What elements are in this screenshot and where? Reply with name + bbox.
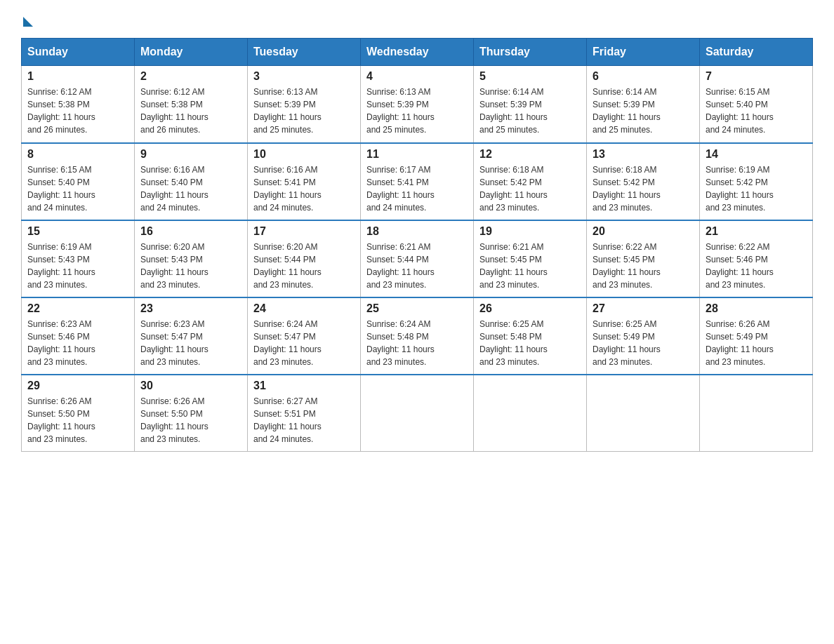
day-info: Sunrise: 6:27 AM Sunset: 5:51 PM Dayligh… [253,395,355,445]
calendar-cell: 13 Sunrise: 6:18 AM Sunset: 5:42 PM Dayl… [587,143,700,220]
calendar-header-friday: Friday [587,39,700,66]
calendar-cell: 15 Sunrise: 6:19 AM Sunset: 5:43 PM Dayl… [22,220,135,297]
calendar-week-row: 8 Sunrise: 6:15 AM Sunset: 5:40 PM Dayli… [22,143,813,220]
calendar-cell: 30 Sunrise: 6:26 AM Sunset: 5:50 PM Dayl… [135,375,248,452]
day-number: 11 [366,148,468,161]
day-number: 21 [706,225,807,238]
calendar-cell [361,375,474,452]
day-number: 18 [366,225,468,238]
day-info: Sunrise: 6:15 AM Sunset: 5:40 PM Dayligh… [706,86,807,136]
day-number: 24 [253,302,355,315]
day-info: Sunrise: 6:18 AM Sunset: 5:42 PM Dayligh… [479,163,581,214]
day-number: 28 [706,302,807,315]
day-info: Sunrise: 6:22 AM Sunset: 5:46 PM Dayligh… [706,241,807,291]
calendar-header-saturday: Saturday [700,39,813,66]
day-number: 22 [27,302,128,315]
day-number: 7 [706,70,807,83]
calendar-cell: 4 Sunrise: 6:13 AM Sunset: 5:39 PM Dayli… [361,66,474,143]
day-number: 16 [140,225,241,238]
calendar-cell: 5 Sunrise: 6:14 AM Sunset: 5:39 PM Dayli… [474,66,587,143]
day-info: Sunrise: 6:26 AM Sunset: 5:50 PM Dayligh… [140,395,241,445]
day-number: 20 [593,225,694,238]
calendar-cell: 9 Sunrise: 6:16 AM Sunset: 5:40 PM Dayli… [135,143,248,220]
day-number: 10 [253,148,355,161]
day-info: Sunrise: 6:25 AM Sunset: 5:49 PM Dayligh… [593,318,694,368]
day-number: 12 [479,148,581,161]
calendar-cell [474,375,587,452]
day-info: Sunrise: 6:22 AM Sunset: 5:45 PM Dayligh… [593,241,694,291]
day-number: 15 [27,225,128,238]
calendar-cell [587,375,700,452]
day-info: Sunrise: 6:17 AM Sunset: 5:41 PM Dayligh… [366,163,468,214]
calendar-header-thursday: Thursday [474,39,587,66]
day-number: 2 [140,70,241,83]
day-number: 6 [593,70,694,83]
day-info: Sunrise: 6:23 AM Sunset: 5:47 PM Dayligh… [140,318,241,368]
calendar-header-tuesday: Tuesday [248,39,361,66]
day-info: Sunrise: 6:24 AM Sunset: 5:48 PM Dayligh… [366,318,468,368]
calendar-cell: 8 Sunrise: 6:15 AM Sunset: 5:40 PM Dayli… [22,143,135,220]
calendar-cell: 21 Sunrise: 6:22 AM Sunset: 5:46 PM Dayl… [700,220,813,297]
day-info: Sunrise: 6:19 AM Sunset: 5:42 PM Dayligh… [706,163,807,214]
day-number: 25 [366,302,468,315]
calendar-cell: 29 Sunrise: 6:26 AM Sunset: 5:50 PM Dayl… [22,375,135,452]
calendar-cell [700,375,813,452]
day-info: Sunrise: 6:16 AM Sunset: 5:40 PM Dayligh… [140,163,241,214]
day-number: 30 [140,380,241,392]
day-info: Sunrise: 6:21 AM Sunset: 5:44 PM Dayligh… [366,241,468,291]
page-header [21,14,813,25]
day-number: 13 [593,148,694,161]
calendar-cell: 3 Sunrise: 6:13 AM Sunset: 5:39 PM Dayli… [248,66,361,143]
day-info: Sunrise: 6:21 AM Sunset: 5:45 PM Dayligh… [479,241,581,291]
calendar-cell: 24 Sunrise: 6:24 AM Sunset: 5:47 PM Dayl… [248,297,361,375]
calendar-week-row: 1 Sunrise: 6:12 AM Sunset: 5:38 PM Dayli… [22,66,813,143]
calendar-week-row: 22 Sunrise: 6:23 AM Sunset: 5:46 PM Dayl… [22,297,813,375]
day-info: Sunrise: 6:13 AM Sunset: 5:39 PM Dayligh… [253,86,355,136]
day-info: Sunrise: 6:14 AM Sunset: 5:39 PM Dayligh… [593,86,694,136]
day-number: 31 [253,380,355,392]
day-info: Sunrise: 6:19 AM Sunset: 5:43 PM Dayligh… [27,241,128,291]
calendar-cell: 28 Sunrise: 6:26 AM Sunset: 5:49 PM Dayl… [700,297,813,375]
day-number: 8 [27,148,128,161]
calendar-cell: 10 Sunrise: 6:16 AM Sunset: 5:41 PM Dayl… [248,143,361,220]
calendar-week-row: 29 Sunrise: 6:26 AM Sunset: 5:50 PM Dayl… [22,375,813,452]
day-info: Sunrise: 6:26 AM Sunset: 5:49 PM Dayligh… [706,318,807,368]
day-info: Sunrise: 6:16 AM Sunset: 5:41 PM Dayligh… [253,163,355,214]
calendar-cell: 14 Sunrise: 6:19 AM Sunset: 5:42 PM Dayl… [700,143,813,220]
calendar-cell: 12 Sunrise: 6:18 AM Sunset: 5:42 PM Dayl… [474,143,587,220]
calendar-cell: 16 Sunrise: 6:20 AM Sunset: 5:43 PM Dayl… [135,220,248,297]
day-number: 4 [366,70,468,83]
logo-triangle-icon [23,17,33,27]
calendar-cell: 31 Sunrise: 6:27 AM Sunset: 5:51 PM Dayl… [248,375,361,452]
calendar-cell: 26 Sunrise: 6:25 AM Sunset: 5:48 PM Dayl… [474,297,587,375]
day-number: 14 [706,148,807,161]
calendar-header-wednesday: Wednesday [361,39,474,66]
day-number: 17 [253,225,355,238]
day-info: Sunrise: 6:24 AM Sunset: 5:47 PM Dayligh… [253,318,355,368]
calendar-cell: 27 Sunrise: 6:25 AM Sunset: 5:49 PM Dayl… [587,297,700,375]
calendar-cell: 2 Sunrise: 6:12 AM Sunset: 5:38 PM Dayli… [135,66,248,143]
calendar-cell: 18 Sunrise: 6:21 AM Sunset: 5:44 PM Dayl… [361,220,474,297]
day-number: 29 [27,380,128,392]
day-info: Sunrise: 6:12 AM Sunset: 5:38 PM Dayligh… [140,86,241,136]
day-number: 27 [593,302,694,315]
calendar-cell: 20 Sunrise: 6:22 AM Sunset: 5:45 PM Dayl… [587,220,700,297]
day-info: Sunrise: 6:25 AM Sunset: 5:48 PM Dayligh… [479,318,581,368]
day-info: Sunrise: 6:26 AM Sunset: 5:50 PM Dayligh… [27,395,128,445]
calendar-cell: 1 Sunrise: 6:12 AM Sunset: 5:38 PM Dayli… [22,66,135,143]
day-info: Sunrise: 6:18 AM Sunset: 5:42 PM Dayligh… [593,163,694,214]
day-info: Sunrise: 6:15 AM Sunset: 5:40 PM Dayligh… [27,163,128,214]
calendar-cell: 23 Sunrise: 6:23 AM Sunset: 5:47 PM Dayl… [135,297,248,375]
day-number: 23 [140,302,241,315]
day-info: Sunrise: 6:20 AM Sunset: 5:43 PM Dayligh… [140,241,241,291]
day-info: Sunrise: 6:14 AM Sunset: 5:39 PM Dayligh… [479,86,581,136]
day-number: 1 [27,70,128,83]
calendar-header-row: SundayMondayTuesdayWednesdayThursdayFrid… [22,39,813,66]
calendar-cell: 17 Sunrise: 6:20 AM Sunset: 5:44 PM Dayl… [248,220,361,297]
calendar-cell: 19 Sunrise: 6:21 AM Sunset: 5:45 PM Dayl… [474,220,587,297]
calendar-table: SundayMondayTuesdayWednesdayThursdayFrid… [21,38,813,452]
day-number: 26 [479,302,581,315]
day-info: Sunrise: 6:20 AM Sunset: 5:44 PM Dayligh… [253,241,355,291]
calendar-week-row: 15 Sunrise: 6:19 AM Sunset: 5:43 PM Dayl… [22,220,813,297]
logo [21,14,33,25]
